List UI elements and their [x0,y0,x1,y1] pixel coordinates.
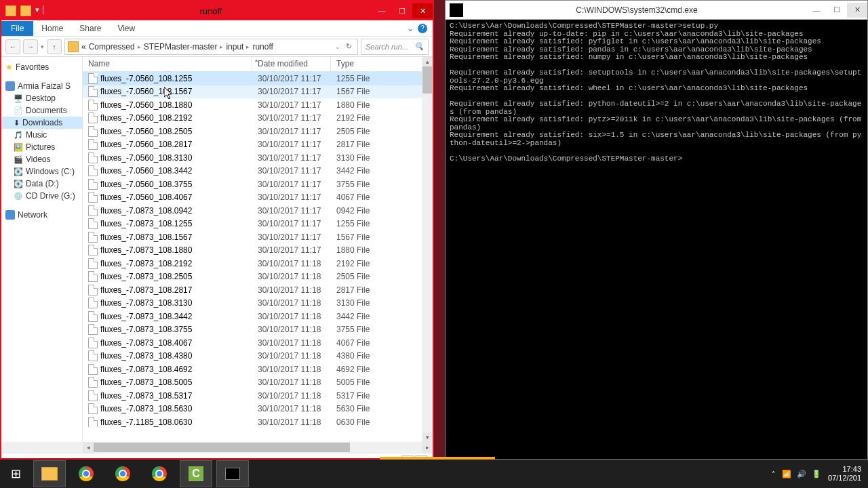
share-tab[interactable]: Share [71,21,109,36]
file-row[interactable]: fluxes_-7.0873_108.250530/10/2017 11:182… [83,270,433,284]
file-icon [88,350,98,361]
file-row[interactable]: fluxes_-7.0873_108.281730/10/2017 11:182… [83,283,433,297]
file-row[interactable]: fluxes_-7.0560_108.219230/10/2017 11:172… [83,112,433,125]
nav-item-documents[interactable]: 📄Documents [1,104,82,117]
nav-item-windowsc[interactable]: 💽Windows (C:) [1,165,82,178]
maximize-button[interactable]: ☐ [827,3,847,18]
battery-icon[interactable]: 🔋 [812,470,821,479]
close-button[interactable]: ✕ [412,3,433,18]
file-row[interactable]: fluxes_-7.0873_108.125530/10/2017 11:171… [83,218,433,231]
file-row[interactable]: fluxes_-7.0560_108.281730/10/2017 11:172… [83,138,433,152]
file-row[interactable]: fluxes_-7.0560_108.125530/10/2017 11:171… [83,72,433,85]
cmd-icon [225,468,240,480]
taskbar-chrome[interactable] [106,460,139,487]
view-tab[interactable]: View [109,21,143,36]
horizontal-scrollbar[interactable]: ◂ ▸ [1,442,433,453]
ribbon-expand-icon[interactable]: ⌄ [407,24,414,33]
refresh-icon[interactable]: ↻ [343,42,355,51]
minimize-button[interactable]: — [806,3,827,18]
taskbar-chrome[interactable] [70,460,102,487]
file-row[interactable]: fluxes_-7.0873_108.469230/10/2017 11:184… [83,363,433,376]
search-box[interactable]: Search run... 🔍 [361,39,429,55]
nav-item-music[interactable]: 🎵Music [1,129,82,141]
file-row[interactable]: fluxes_-7.0873_108.375530/10/2017 11:183… [83,323,433,337]
scroll-thumb[interactable] [94,443,350,452]
breadcrumb-seg[interactable]: « [81,42,86,52]
scroll-left-icon[interactable]: ◂ [83,442,94,453]
taskbar-chrome[interactable] [143,460,176,487]
cmd-output[interactable]: C:\Users\Aar\Downloads\Compressed\STEPMa… [446,20,867,459]
start-button[interactable]: ⊞ [2,460,29,487]
folder-icon [20,5,31,16]
breadcrumb-seg[interactable]: runoff [252,42,273,52]
file-row[interactable]: fluxes_-7.0560_108.250530/10/2017 11:172… [83,125,433,138]
file-row[interactable]: fluxes_-7.0873_108.219230/10/2017 11:182… [83,257,433,270]
nav-item-pictures[interactable]: 🖼️Pictures [1,141,82,153]
file-icon [88,139,98,150]
file-row[interactable]: fluxes_-7.0873_108.406730/10/2017 11:184… [83,336,433,350]
scroll-thumb[interactable] [422,66,432,94]
taskbar-explorer[interactable] [33,460,66,487]
network-icon[interactable]: 📶 [782,470,791,479]
file-row[interactable]: fluxes_-7.0560_108.313030/10/2017 11:173… [83,151,433,165]
taskbar-camtasia[interactable]: C [180,460,212,487]
nav-item-desktop[interactable]: 🖥️Desktop [1,92,82,104]
file-row[interactable]: fluxes_-7.0873_108.500530/10/2017 11:185… [83,376,433,390]
nav-item-videos[interactable]: 🎬Videos [1,153,82,165]
back-button[interactable]: ← [5,39,20,54]
minimize-button[interactable]: — [372,3,392,18]
file-row[interactable]: fluxes_-7.0873_108.438030/10/2017 11:184… [83,350,433,363]
user-header[interactable]: Armia Faizal S [1,80,82,92]
address-dropdown-icon[interactable]: ⌄ [335,43,340,50]
up-button[interactable]: ↑ [47,39,62,54]
taskbar-cmd[interactable] [216,460,249,487]
vertical-scrollbar[interactable]: ▴ ▾ [422,57,433,442]
explorer-titlebar[interactable]: ▾ │ runoff — ☐ ✕ [1,1,433,20]
chevron-right-icon[interactable]: ▸ [220,43,223,50]
clock[interactable]: 17:43 07/12/201 [828,465,861,483]
file-tab[interactable]: File [1,21,33,36]
file-row[interactable]: fluxes_-7.0560_108.344230/10/2017 11:173… [83,165,433,178]
home-tab[interactable]: Home [33,21,71,36]
file-row[interactable]: fluxes_-7.0873_108.563030/10/2017 11:185… [83,403,433,416]
forward-button[interactable]: → [23,39,38,54]
cmd-title-text: C:\WINDOWS\system32\cmd.exe [467,5,806,15]
scroll-down-icon[interactable]: ▾ [422,432,432,442]
close-button[interactable]: ✕ [847,3,867,18]
file-row[interactable]: fluxes_-7.0560_108.375530/10/2017 11:173… [83,178,433,191]
address-bar[interactable]: « Compressed ▸ STEPMaster-master ▸ input… [64,39,358,55]
scroll-right-icon[interactable]: ▸ [422,442,433,453]
column-type[interactable]: Type [331,57,433,71]
file-row[interactable]: fluxes_-7.0873_108.156730/10/2017 11:171… [83,230,433,244]
help-icon[interactable]: ? [418,24,427,33]
volume-icon[interactable]: 🔊 [797,470,806,479]
breadcrumb-seg[interactable]: input [226,42,243,52]
maximize-button[interactable]: ☐ [392,3,412,18]
file-row[interactable]: fluxes_-7.1185_108.063030/10/2017 11:180… [83,415,433,427]
file-row[interactable]: fluxes_-7.0560_108.406730/10/2017 11:174… [83,191,433,205]
file-icon [88,205,98,216]
nav-item-cddriveg[interactable]: 💿CD Drive (G:) [1,190,82,202]
file-row[interactable]: fluxes_-7.0873_108.094230/10/2017 11:170… [83,204,433,218]
nav-item-downloads[interactable]: ⬇Downloads [1,117,82,129]
network-header[interactable]: Network [1,209,82,221]
history-dropdown-icon[interactable]: ▾ [41,43,44,50]
nav-item-datad[interactable]: 💽Data (D:) [1,178,82,190]
file-row[interactable]: fluxes_-7.0560_108.188030/10/2017 11:171… [83,98,433,112]
chevron-right-icon[interactable]: ▸ [138,43,141,50]
scroll-up-icon[interactable]: ▴ [422,57,432,66]
file-row[interactable]: fluxes_-7.0873_108.313030/10/2017 11:183… [83,297,433,310]
column-date[interactable]: Date modified [252,57,331,71]
tray-expand-icon[interactable]: ˄ [772,470,775,478]
breadcrumb-seg[interactable]: STEPMaster-master [144,42,218,52]
file-row[interactable]: fluxes_-7.0873_108.188030/10/2017 11:171… [83,244,433,258]
file-row[interactable]: fluxes_-7.0873_108.531730/10/2017 11:185… [83,389,433,403]
file-row[interactable]: fluxes_-7.0560_108.156730/10/2017 11:171… [83,85,433,99]
nav-item-icon: ⬇ [14,119,20,127]
cmd-titlebar[interactable]: C:\WINDOWS\system32\cmd.exe — ☐ ✕ [446,1,867,20]
column-name[interactable]: Name ▴ [83,57,252,71]
chevron-right-icon[interactable]: ▸ [246,43,250,50]
favorites-header[interactable]: ★Favorites [1,61,82,73]
file-row[interactable]: fluxes_-7.0873_108.344230/10/2017 11:183… [83,310,433,323]
breadcrumb-seg[interactable]: Compressed [89,42,135,52]
